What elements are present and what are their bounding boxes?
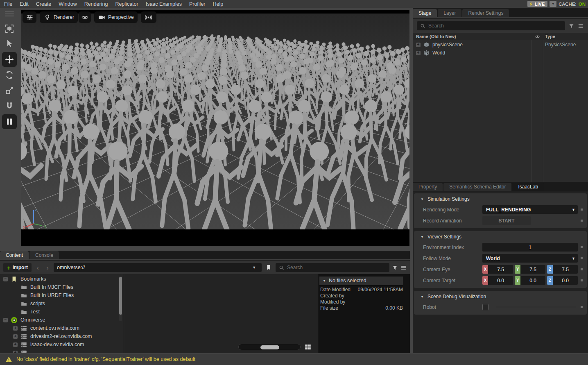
camera-eye-x-field[interactable]: 7.5 (488, 265, 513, 274)
stage-row-physics-scene[interactable]: + physicsScene PhysicsScene (413, 41, 588, 49)
menu-profiler[interactable]: Profiler (189, 1, 206, 7)
robot-debug-checkbox[interactable] (482, 304, 488, 310)
section-header[interactable]: ▼ Viewer Settings (414, 232, 587, 242)
scrollbar-thumb[interactable] (119, 277, 122, 315)
lightbulb-icon (43, 14, 51, 21)
live-dropdown-button[interactable]: ▼ (550, 1, 556, 7)
path-input[interactable] (57, 265, 250, 270)
menu-window[interactable]: Window (59, 1, 77, 7)
menu-create[interactable]: Create (36, 1, 52, 7)
import-button[interactable]: + Import (3, 263, 32, 272)
tree-item-drivesim-server[interactable]: + drivesim2-rel.ov.nvidia.com (0, 332, 123, 340)
camera-eye-y-field[interactable]: 7.5 (520, 265, 545, 274)
default-value-dot[interactable] (581, 246, 583, 248)
default-value-dot[interactable] (581, 306, 583, 308)
path-bar[interactable]: ▼ (54, 263, 262, 272)
viewport[interactable]: X Y Z Renderer Perspective (21, 10, 409, 246)
rendering-mode-dropdown[interactable]: FULL_RENDERING ▼ (482, 205, 578, 214)
move-tool-button[interactable] (2, 52, 17, 67)
pause-button[interactable] (2, 114, 17, 129)
camera-target-x-field[interactable]: 0.0 (488, 276, 513, 285)
scale-tool-button[interactable] (2, 83, 17, 98)
tree-item-content-server[interactable]: + content.ov.nvidia.com (0, 324, 123, 332)
section-header[interactable]: ▼ Simulation Settings (414, 194, 587, 204)
snap-tool-button[interactable] (2, 99, 17, 113)
select-tool-button[interactable] (2, 36, 17, 51)
start-button[interactable]: START (482, 216, 531, 225)
menu-file[interactable]: File (4, 1, 12, 7)
options-menu-icon[interactable] (400, 265, 407, 271)
renderer-menu-button[interactable]: Renderer (40, 11, 78, 23)
stage-column-header[interactable]: Name (Old to New) Type (413, 33, 588, 40)
grid-view-toggle-icon[interactable] (303, 343, 312, 351)
tree-item-mjcf[interactable]: Built In MJCF Files (0, 283, 123, 291)
tab-stage[interactable]: Stage (413, 9, 437, 17)
expand-plus-icon[interactable]: + (13, 342, 18, 347)
tree-item-urdf[interactable]: Built In URDF Files (0, 291, 123, 299)
default-value-dot[interactable] (581, 257, 583, 259)
column-name[interactable]: Name (Old to New) (413, 34, 531, 39)
expand-plus-icon[interactable]: + (416, 51, 421, 55)
menu-isaac-examples[interactable]: Isaac Examples (146, 1, 182, 7)
menu-replicator[interactable]: Replicator (115, 1, 138, 7)
follow-mode-dropdown[interactable]: World ▼ (482, 254, 578, 263)
frame-selection-tool-button[interactable] (2, 21, 17, 36)
column-type[interactable]: Type (543, 34, 588, 39)
bookmark-icon[interactable] (264, 264, 273, 271)
collapse-minus-icon[interactable]: − (3, 277, 8, 281)
content-search-input[interactable] (287, 265, 387, 270)
visibility-menu-button[interactable] (79, 11, 91, 23)
tab-content[interactable]: Content (0, 251, 29, 259)
default-value-dot[interactable] (581, 209, 583, 211)
live-button[interactable]: LIVE (527, 1, 547, 7)
slider-handle[interactable] (260, 345, 279, 349)
filter-icon[interactable] (392, 265, 398, 271)
tree-item-bookmarks[interactable]: − Bookmarks (0, 275, 123, 283)
stage-search-input[interactable] (428, 23, 562, 29)
capture-button[interactable] (141, 11, 156, 23)
forward-button[interactable]: › (44, 264, 51, 271)
stage-row-world[interactable]: + World (413, 49, 588, 57)
filter-icon[interactable] (568, 23, 574, 29)
menu-edit[interactable]: Edit (20, 1, 29, 7)
camera-target-z-field[interactable]: 0.0 (553, 276, 578, 285)
menu-rendering[interactable]: Rendering (84, 1, 108, 7)
options-menu-icon[interactable] (578, 23, 584, 29)
file-grid-area[interactable] (124, 274, 318, 353)
content-search-box[interactable] (276, 263, 389, 272)
viewport-settings-button[interactable] (23, 11, 36, 23)
camera-eye-z-field[interactable]: 7.5 (553, 265, 578, 274)
tree-item-test[interactable]: Test (0, 308, 123, 316)
default-value-dot[interactable] (581, 220, 583, 222)
expand-plus-icon[interactable]: + (13, 334, 18, 339)
back-button[interactable]: ‹ (34, 264, 41, 271)
tab-semantics-schema-editor[interactable]: Semantics Schema Editor (443, 183, 511, 191)
tree-item-omniverse[interactable]: − Omniverse (0, 316, 123, 324)
menu-help[interactable]: Help (213, 1, 224, 7)
rotate-tool-button[interactable] (2, 68, 17, 82)
camera-menu-button[interactable]: Perspective (94, 11, 138, 23)
section-header[interactable]: ▼ Scene Debug Visualization (414, 292, 587, 302)
stage-search-box[interactable] (417, 21, 565, 30)
chevron-down-icon[interactable]: ▼ (250, 265, 258, 270)
tab-render-settings[interactable]: Render Settings (462, 9, 509, 17)
default-value-dot[interactable] (581, 279, 583, 281)
expand-plus-icon[interactable]: + (416, 43, 421, 47)
tab-property[interactable]: Property (413, 183, 443, 191)
expand-plus-icon[interactable]: + (13, 351, 18, 354)
camera-target-y-field[interactable]: 0.0 (520, 276, 545, 285)
tree-item-isaac-dev-server[interactable]: + isaac-dev.ov.nvidia.com (0, 340, 123, 349)
tree-item-clipped[interactable]: + (0, 349, 123, 353)
expand-plus-icon[interactable]: + (13, 326, 18, 331)
default-value-dot[interactable] (581, 268, 583, 270)
environment-index-field[interactable]: 1 (482, 243, 578, 252)
tab-layer[interactable]: Layer (438, 9, 461, 17)
toolbar-grip-icon[interactable] (5, 11, 14, 12)
tab-isaaclab[interactable]: IsaacLab (512, 183, 544, 191)
thumbnail-size-slider[interactable] (238, 344, 301, 350)
details-header[interactable]: ▼ No files selected (319, 277, 403, 285)
tab-console[interactable]: Console (29, 251, 59, 259)
viewport-canvas[interactable]: X Y Z (21, 14, 409, 229)
tree-item-scripts[interactable]: scripts (0, 299, 123, 308)
collapse-minus-icon[interactable]: − (3, 318, 8, 322)
